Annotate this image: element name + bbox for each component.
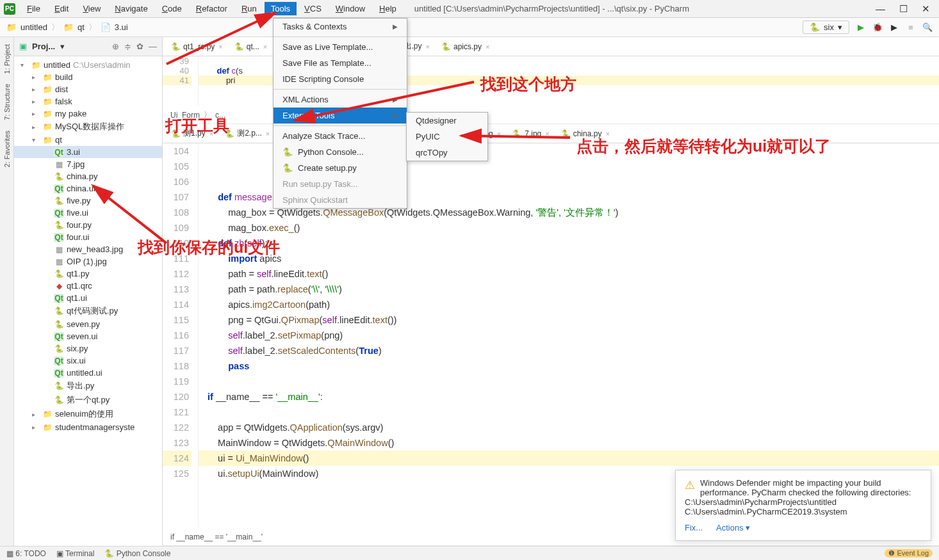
actions-link[interactable]: Actions ▾ [716, 523, 750, 532]
code-line[interactable]: apics.img2Cartoon(path) [199, 297, 939, 312]
tree-node[interactable]: Qt3.ui [14, 146, 162, 158]
code-line[interactable]: MainWindow = QtWidgets.QMainWindow() [199, 435, 939, 451]
menu-refactor[interactable]: Refactor [190, 2, 234, 15]
menu-tools[interactable]: Tools [265, 2, 297, 15]
editor-tab[interactable]: 🐍测1.py× [165, 125, 219, 142]
collapse-icon[interactable]: ≑ [124, 42, 131, 51]
tree-node[interactable]: 🐍china.py [14, 170, 162, 182]
tree-node[interactable]: 🐍qt1.py [14, 268, 162, 280]
crumb-method[interactable]: c... [215, 111, 225, 120]
code-line[interactable]: png = QtGui.QPixmap(self.lineEdit.text()… [199, 312, 939, 328]
tree-node[interactable]: 🐍导出.py [14, 379, 162, 393]
left-tab[interactable]: 1: Project [3, 41, 12, 77]
left-tab[interactable]: 7: Structure [3, 81, 12, 124]
status-tool[interactable]: ▦ 6: TODO [6, 549, 46, 558]
breadcrumb-item[interactable]: untitled [20, 22, 47, 32]
editor-tab[interactable]: 🐍apics.py× [436, 39, 495, 54]
tree-node[interactable]: ◆qt1.qrc [14, 280, 162, 292]
status-tool[interactable]: 🐍 Python Console [104, 549, 170, 558]
breadcrumb-item[interactable]: qt [78, 22, 85, 32]
tree-node[interactable]: ▸📁falsk [14, 95, 162, 108]
tree-node[interactable]: ▸📁MySQL数据库操作 [14, 120, 162, 134]
editor-tab[interactable]: 🐍china.py× [555, 126, 616, 141]
code-line[interactable]: ui = Ui_MainWindow() [199, 451, 939, 466]
tree-node[interactable]: ▸📁studentmanagersyste [14, 421, 162, 433]
tree-node[interactable]: ▾📁qt [14, 134, 162, 146]
menu-edit[interactable]: Edit [48, 2, 75, 15]
crumb-class[interactable]: Ui_Form [170, 111, 200, 120]
tree-node[interactable]: ▸📁my pake [14, 108, 162, 120]
submenu-item[interactable]: qrcTOpy [407, 145, 487, 161]
submenu-item[interactable]: Qtdesigner [407, 113, 487, 129]
tree-node[interactable]: ▦OIP (1).jpg [14, 255, 162, 268]
menu-item[interactable]: Analyze Stack Trace... [274, 128, 407, 144]
tree-node[interactable]: 🐍第一个qt.py [14, 393, 162, 407]
minimize-icon[interactable]: — [876, 3, 885, 15]
tree-node[interactable]: ▸📁build [14, 71, 162, 83]
code-line[interactable] [199, 404, 939, 420]
tree-node[interactable]: Qtseven.ui [14, 330, 162, 342]
menu-help[interactable]: Help [373, 2, 403, 15]
search-button[interactable]: 🔍 [922, 22, 933, 33]
menu-view[interactable]: View [76, 2, 107, 15]
tree-node[interactable]: ▦7.jpg [14, 158, 162, 170]
stop-button[interactable]: ■ [906, 22, 916, 33]
hide-icon[interactable]: — [149, 42, 157, 51]
run-config-selector[interactable]: 🐍 six ▾ [803, 20, 849, 34]
menu-run[interactable]: Run [235, 2, 263, 15]
tree-node[interactable]: Qtqt1.ui [14, 292, 162, 304]
gear-icon[interactable]: ✿ [136, 42, 143, 51]
run-coverage-button[interactable]: ▶ [889, 22, 899, 33]
left-tab[interactable]: 2: Favorites [3, 127, 12, 170]
editor-tab[interactable]: 🐍7.jpg× [507, 126, 555, 141]
event-log-button[interactable]: ❶ Event Log [885, 549, 933, 557]
tree-node[interactable]: 🐍qt代码测试.py [14, 304, 162, 318]
menu-item[interactable]: Save as Live Template... [274, 39, 407, 55]
tree-node[interactable]: Qtchina.ui [14, 182, 162, 195]
code-line[interactable]: self.label_2.setScaledContents(True) [199, 343, 939, 358]
tree-node[interactable]: 🐍four.py [14, 219, 162, 231]
maximize-icon[interactable]: ☐ [899, 3, 908, 15]
menu-navigate[interactable]: Navigate [108, 2, 154, 15]
code-line[interactable]: def zh(self): [199, 236, 939, 251]
menu-item[interactable]: XML Actions▶ [274, 92, 407, 108]
menu-vcs[interactable]: VCS [298, 2, 328, 15]
project-tree[interactable]: ▾📁untitled C:\Users\admin▸📁build▸📁dist▸📁… [14, 56, 162, 436]
tree-node[interactable]: 🐍five.py [14, 195, 162, 207]
breadcrumb[interactable]: 📁untitled〉📁qt〉📄3.ui [6, 22, 128, 33]
close-icon[interactable]: ✕ [922, 3, 930, 15]
menu-item[interactable]: 🐍Create setup.py [274, 160, 407, 176]
code-line[interactable]: pass [199, 358, 939, 374]
tree-node[interactable]: ▾📁untitled C:\Users\admin [14, 59, 162, 71]
code-line[interactable]: import apics [199, 251, 939, 266]
menu-item[interactable]: IDE Scripting Console [274, 71, 407, 87]
menu-item[interactable]: Save File as Template... [274, 55, 407, 71]
menu-window[interactable]: Window [329, 2, 372, 15]
menu-item[interactable]: Tasks & Contexts▶ [274, 19, 407, 35]
tree-node[interactable]: Qtfive.ui [14, 207, 162, 219]
tree-node[interactable]: ▦new_head3.jpg [14, 243, 162, 255]
tree-node[interactable]: Qtfour.ui [14, 231, 162, 243]
status-tool[interactable]: ▣ Terminal [56, 549, 94, 558]
editor-tab[interactable]: 🐍测2.p...× [219, 125, 275, 142]
tree-node[interactable]: Qtsix.ui [14, 355, 162, 367]
code-line[interactable]: path = self.lineEdit.text() [199, 266, 939, 282]
chevron-down-icon[interactable]: ▾ [60, 42, 65, 51]
menu-item[interactable]: 🐍Python Console... [274, 144, 407, 160]
breadcrumb-item[interactable]: 3.ui [115, 22, 128, 32]
target-icon[interactable]: ⊕ [112, 42, 119, 51]
crumb-scope[interactable]: if __name__ == '__main__' [170, 532, 263, 541]
tree-node[interactable]: ▸📁selenuim的使用 [14, 407, 162, 421]
run-button[interactable]: ▶ [856, 22, 866, 33]
code-line[interactable]: self.label_2.setPixmap(png) [199, 328, 939, 343]
submenu-item[interactable]: PyUIC [407, 129, 487, 145]
tree-node[interactable]: 🐍six.py [14, 342, 162, 355]
menu-item[interactable]: External Tools▶ [274, 108, 407, 124]
tree-node[interactable]: 🐍seven.py [14, 318, 162, 330]
code-line[interactable]: mag_box.exec_() [199, 220, 939, 236]
code-line[interactable] [199, 374, 939, 389]
code-line[interactable]: if __name__ == '__main__': [199, 389, 939, 404]
code-line[interactable]: app = QtWidgets.QApplication(sys.argv) [199, 420, 939, 435]
editor-tab[interactable]: 🐍qt1_rc.py× [165, 39, 229, 54]
menu-file[interactable]: File [20, 2, 47, 15]
